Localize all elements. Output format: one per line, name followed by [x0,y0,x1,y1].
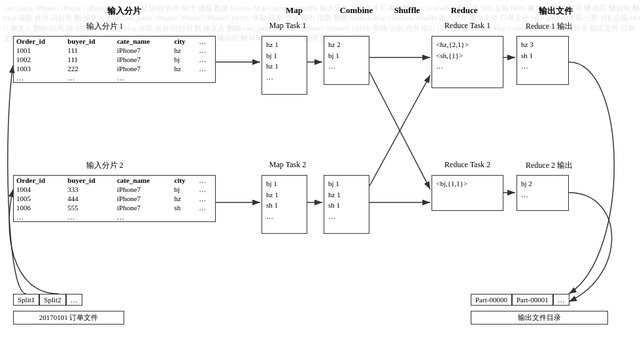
stage-label-output: 输出文件 [523,5,588,17]
output-dir-label: 输出文件目录 [471,311,608,325]
stage-label-reduce: Reduce [438,5,490,16]
bottom-input-splits: Split1 Split2 … [13,294,82,306]
output-1-box: hz 3 sh 1 … [517,36,569,85]
input2-label: 输入分片 2 [39,160,170,171]
svg-line-8 [369,75,430,186]
combine-1-box: hz 2 bj 1 … [324,36,369,85]
split2-box: Split2 [39,294,65,306]
split1-box: Split1 [13,294,39,306]
splitmore-box: … [66,294,82,306]
input-table-1: Order_idbuyer_idcate_namecity… 1001111iP… [13,36,216,83]
diagram-container: cate_name iPhone7 iPhone7 iPhone7 1010V … [0,0,644,350]
part00001-box: Part-00001 [512,294,553,306]
reduce1-label: Reduce Task 1 [428,21,507,31]
input-file-label: 20170101 订单文件 [13,311,124,325]
combine-2-box: bj 1 hz 1 sh 1 … [324,175,369,234]
bottom-output-parts: Part-00000 Part-00001 … [471,294,569,306]
stage-label-map: Map [275,5,314,16]
input1-label: 输入分片 1 [39,21,170,32]
output2-label: Reduce 2 输出 [517,160,582,171]
reduce-task-1-box: <hz,{2,1}> <sh,{1}> … [432,36,503,88]
stage-label-combine: Combine [333,5,379,16]
part00000-box: Part-00000 [471,294,512,306]
output1-label: Reduce 1 输出 [517,21,582,32]
map2-label: Map Task 2 [262,160,314,170]
input-table-2: Order_idbuyer_idcate_namecity… 1004333iP… [13,175,216,222]
stage-label-input: 输入分片 [65,5,183,17]
stage-label-shuffle: Shuffle [386,5,428,16]
main-content: 输入分片 Map Combine Shuffle Reduce 输出文件 输入分… [0,0,644,350]
map1-label: Map Task 1 [262,21,314,31]
output-2-box: bj 2 … [517,175,569,211]
map-task-1-box: hz 1 bj 1 hz 1 … [262,36,307,95]
map-task-2-box: bj 1 hz 1 sh 1 … [262,175,307,234]
reduce-task-2-box: <bj,{1,1}> [432,175,503,211]
reduce2-label: Reduce Task 2 [428,160,507,170]
svg-line-7 [369,72,430,189]
partmore-box: … [553,294,569,306]
